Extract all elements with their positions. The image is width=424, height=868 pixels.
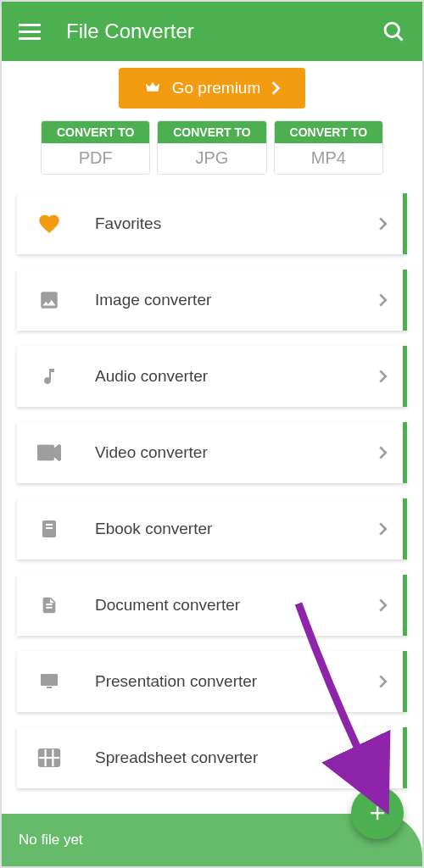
menu-icon[interactable] — [19, 24, 41, 40]
list-item-video[interactable]: Video converter — [17, 422, 407, 483]
heart-icon — [34, 212, 64, 236]
list-item-audio[interactable]: Audio converter — [17, 346, 407, 407]
list-item-favorites[interactable]: Favorites — [17, 193, 407, 254]
list-item-ebook[interactable]: Ebook converter — [17, 498, 407, 559]
format-cards-row: CONVERT TO PDF CONVERT TO JPG CONVERT TO… — [2, 120, 422, 185]
search-icon[interactable] — [382, 19, 405, 43]
app-title: File Converter — [66, 19, 356, 43]
premium-banner[interactable]: Go premium — [119, 68, 305, 108]
converter-label: Ebook converter — [95, 520, 378, 538]
video-icon — [34, 444, 64, 461]
ebook-icon — [34, 518, 64, 540]
converter-label: Favorites — [95, 214, 378, 233]
svg-rect-5 — [47, 687, 52, 688]
status-text: No file yet — [19, 832, 83, 849]
chevron-right-icon — [378, 521, 388, 537]
list-item-document[interactable]: Document converter — [17, 575, 407, 636]
chevron-right-icon — [378, 750, 388, 765]
music-icon — [34, 364, 64, 388]
chevron-right-icon — [378, 216, 388, 231]
chevron-right-icon — [378, 292, 388, 308]
svg-rect-2 — [37, 445, 53, 461]
converter-list: Favorites Image converter Audio converte… — [2, 185, 422, 788]
premium-label: Go premium — [172, 79, 261, 97]
crown-icon — [143, 79, 162, 97]
converter-label: Audio converter — [95, 367, 378, 386]
converter-label: Spreadsheet converter — [95, 748, 378, 767]
presentation-icon — [34, 671, 64, 692]
image-icon — [34, 289, 64, 311]
svg-line-1 — [397, 35, 402, 40]
chevron-right-icon — [271, 81, 281, 96]
app-header: File Converter — [2, 2, 422, 61]
chevron-right-icon — [378, 369, 388, 384]
chevron-right-icon — [378, 674, 388, 689]
list-item-image[interactable]: Image converter — [17, 270, 407, 331]
spreadsheet-icon — [34, 748, 64, 767]
converter-label: Image converter — [95, 291, 378, 309]
chevron-right-icon — [378, 598, 388, 613]
format-card-jpg[interactable]: CONVERT TO JPG — [157, 120, 266, 175]
converter-label: Document converter — [95, 596, 378, 615]
plus-icon: + — [370, 799, 386, 826]
format-card-pdf[interactable]: CONVERT TO PDF — [41, 120, 150, 175]
svg-point-0 — [385, 23, 399, 36]
svg-rect-4 — [41, 674, 58, 686]
svg-marker-3 — [54, 445, 61, 461]
list-item-presentation[interactable]: Presentation converter — [17, 651, 407, 712]
add-file-fab[interactable]: + — [351, 787, 404, 839]
converter-label: Video converter — [95, 443, 378, 462]
converter-label: Presentation converter — [95, 672, 378, 691]
list-item-spreadsheet[interactable]: Spreadsheet converter — [17, 727, 407, 788]
chevron-right-icon — [378, 445, 388, 460]
document-icon — [34, 593, 64, 617]
format-card-mp4[interactable]: CONVERT TO MP4 — [274, 120, 383, 175]
